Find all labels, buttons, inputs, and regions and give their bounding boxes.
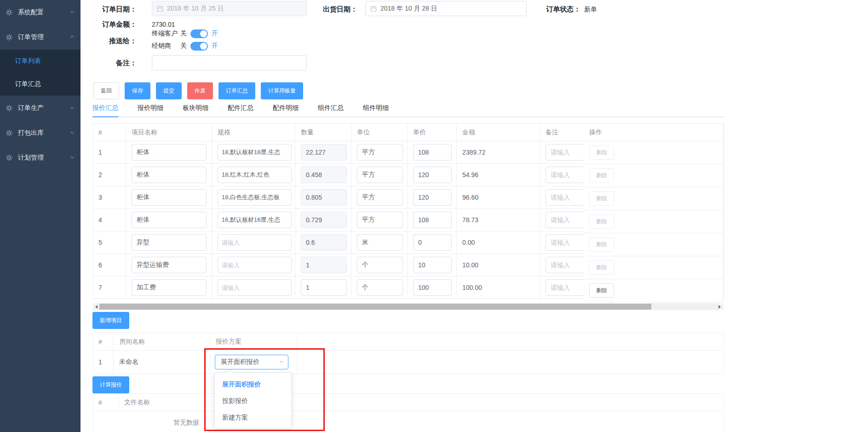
ship-date-input[interactable]: 2018 年 10 月 28 日 [365,1,527,16]
dropdown-option-projection[interactable]: 投影报价 [215,392,291,409]
spec-input[interactable] [218,212,292,228]
terminal-customer-toggle[interactable] [190,29,208,38]
col-index: # [93,124,126,141]
scroll-left-arrow-icon[interactable] [92,303,98,310]
add-item-button[interactable]: 新增项目 [92,312,129,329]
price-input[interactable] [413,234,452,251]
spec-input[interactable] [218,234,292,251]
unit-input[interactable] [357,279,403,296]
chevron-down-icon [69,154,75,161]
unit-input[interactable] [357,167,403,183]
delete-row-button[interactable]: 删除 [589,283,614,298]
scrollbar-thumb[interactable] [99,304,651,310]
remark-input[interactable] [152,55,307,70]
price-input[interactable] [413,189,452,206]
sidebar-item-order-list[interactable]: 订单列表 [0,50,80,73]
tab-board-detail[interactable]: 板块明细 [183,104,208,116]
sidebar-item-plan-management[interactable]: 计划管理 [0,145,80,170]
dropdown-option-new-plan[interactable]: 新建方案 [215,409,291,426]
chevron-up-icon [279,359,284,365]
amount-value: 0.00 [457,231,540,254]
scrollbar-track[interactable] [98,303,718,310]
item-name-input[interactable] [132,279,207,296]
sidebar-item-order-management[interactable]: 订单管理 [0,25,80,50]
spec-input[interactable] [218,144,292,161]
unit-input[interactable] [357,257,403,273]
sidebar-item-packing-shipping[interactable]: 打包出库 [0,121,80,145]
gear-icon [6,154,13,161]
push-target-name: 终端客户 [152,29,180,38]
sidebar-submenu: 订单列表 订单汇总 [0,50,80,96]
order-date-input[interactable]: 2018 年 10 月 25 日 [152,1,307,16]
price-input[interactable] [413,257,452,273]
quote-summary-table: # 项目名称 规格 数量 单位 单价 金额 备注 1 2389.72 2 [92,123,724,299]
qty-input [301,167,347,183]
table-empty-row: 暂无数据 [93,411,724,432]
save-button[interactable]: 保存 [125,82,150,99]
gear-icon [6,104,13,112]
sidebar-item-label: 订单管理 [18,33,69,41]
main-content: 订单日期： 2018 年 10 月 25 日 出货日期： 2018 年 10 月… [80,0,868,432]
order-status-label: 订单状态： [534,5,581,14]
tab-component-detail[interactable]: 组件明细 [363,104,389,116]
qty-input[interactable] [301,279,347,296]
item-name-input[interactable] [132,212,207,228]
sidebar-item-system-config[interactable]: 系统配置 [0,0,80,25]
chevron-down-icon [69,129,75,137]
scroll-right-arrow-icon[interactable] [718,303,724,310]
amount-value: 2389.72 [457,141,540,164]
item-name-input[interactable] [132,234,207,251]
price-input[interactable] [413,167,452,183]
push-target-row: 经销商 关 开 [152,41,218,51]
dealer-toggle[interactable] [190,42,208,51]
qty-input [301,189,347,206]
col-quote-plan: 报价方案 [210,333,298,351]
push-target-row: 终端客户 关 开 [152,29,218,39]
sidebar-item-label: 订单列表 [15,57,41,65]
item-name-input[interactable] [132,144,207,161]
sidebar-item-label: 系统配置 [18,8,69,17]
price-input[interactable] [413,279,452,296]
item-name-input[interactable] [132,189,207,206]
calendar-icon [157,6,163,12]
void-button[interactable]: 作废 [187,82,213,99]
remark-label: 备注： [90,59,137,68]
tab-component-summary[interactable]: 组件汇总 [318,104,344,116]
amount-value: 100.00 [457,276,540,299]
quote-plan-select[interactable]: 展开面积报价 [215,355,288,369]
unit-input[interactable] [357,144,403,161]
room-name-value: 未命名 [114,351,210,374]
spec-input[interactable] [218,279,292,296]
quote-plan-dropdown: 展开面积报价 投影报价 新建方案 [214,373,292,429]
table-horizontal-scrollbar[interactable] [92,303,724,310]
unit-input[interactable] [357,212,403,228]
col-qty: 数量 [295,124,351,141]
item-name-input[interactable] [132,167,207,183]
price-input[interactable] [413,144,452,161]
price-input[interactable] [413,212,452,228]
item-name-input[interactable] [132,257,207,273]
col-item-name: 项目名称 [126,124,212,141]
unit-input[interactable] [357,234,403,251]
sidebar-item-order-summary[interactable]: 订单汇总 [0,73,80,96]
detail-tabs: 报价汇总 报价明细 板块明细 配件汇总 配件明细 组件汇总 组件明细 [92,104,724,117]
tab-quote-detail[interactable]: 报价明细 [138,104,163,116]
tab-accessory-detail[interactable]: 配件明细 [273,104,299,116]
sidebar-item-order-production[interactable]: 订单生产 [0,96,80,121]
calc-quote-button[interactable]: 计算报价 [92,376,129,393]
submit-button[interactable]: 提交 [156,82,182,99]
select-value: 展开面积报价 [221,358,279,366]
spec-input[interactable] [218,189,292,206]
spec-input[interactable] [218,167,292,183]
col-room-name: 房间名称 [114,333,210,351]
dropdown-option-expanded-area[interactable]: 展开面积报价 [215,376,291,392]
spec-input[interactable] [218,257,292,273]
unit-input[interactable] [357,189,403,206]
chevron-down-icon [69,104,75,112]
back-button[interactable]: 返回 [93,82,119,99]
calendar-icon [370,6,377,12]
tab-quote-summary[interactable]: 报价汇总 [92,104,118,117]
order-summary-button[interactable]: 订单汇总 [218,82,255,99]
calc-board-button[interactable]: 计算用板量 [261,82,303,99]
tab-accessory-summary[interactable]: 配件汇总 [228,104,253,116]
